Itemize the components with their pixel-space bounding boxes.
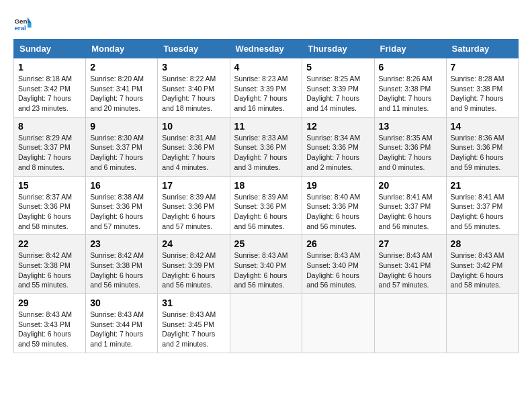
table-cell: 27Sunrise: 8:43 AMSunset: 3:41 PMDayligh…: [374, 235, 446, 294]
day-content: Sunrise: 8:35 AMSunset: 3:36 PMDaylight:…: [379, 133, 442, 173]
day-content: Sunrise: 8:23 AMSunset: 3:39 PMDaylight:…: [234, 74, 298, 113]
day-content: Sunrise: 8:28 AMSunset: 3:38 PMDaylight:…: [451, 74, 514, 113]
day-content: Sunrise: 8:18 AMSunset: 3:42 PMDaylight:…: [18, 74, 81, 113]
day-content: Sunrise: 8:41 AMSunset: 3:37 PMDaylight:…: [451, 192, 514, 232]
day-number: 30: [90, 298, 153, 308]
table-cell: 31Sunrise: 8:43 AMSunset: 3:45 PMDayligh…: [158, 294, 230, 353]
table-cell: 8Sunrise: 8:29 AMSunset: 3:37 PMDaylight…: [14, 117, 86, 176]
logo-icon: Gen eral: [13, 13, 32, 32]
day-number: 29: [18, 298, 81, 308]
table-cell: 3Sunrise: 8:22 AMSunset: 3:40 PMDaylight…: [158, 58, 230, 118]
header-tuesday: Tuesday: [158, 40, 230, 58]
day-content: Sunrise: 8:42 AMSunset: 3:38 PMDaylight:…: [18, 250, 81, 290]
day-number: 8: [18, 121, 81, 132]
table-cell: 13Sunrise: 8:35 AMSunset: 3:36 PMDayligh…: [374, 117, 446, 176]
day-number: 26: [306, 238, 369, 249]
day-content: Sunrise: 8:40 AMSunset: 3:36 PMDaylight:…: [306, 192, 369, 232]
day-number: 18: [234, 180, 298, 191]
day-content: Sunrise: 8:43 AMSunset: 3:43 PMDaylight:…: [18, 310, 81, 349]
table-cell: 28Sunrise: 8:43 AMSunset: 3:42 PMDayligh…: [446, 235, 518, 294]
header-monday: Monday: [86, 40, 158, 58]
day-number: 1: [18, 62, 81, 73]
day-content: Sunrise: 8:25 AMSunset: 3:39 PMDaylight:…: [306, 74, 369, 113]
table-cell: [374, 294, 446, 353]
day-number: 28: [451, 238, 514, 249]
day-number: 12: [306, 121, 369, 132]
svg-text:eral: eral: [14, 24, 26, 32]
table-cell: 21Sunrise: 8:41 AMSunset: 3:37 PMDayligh…: [446, 176, 518, 235]
day-number: 27: [379, 238, 442, 249]
table-cell: 16Sunrise: 8:38 AMSunset: 3:36 PMDayligh…: [86, 176, 158, 235]
day-number: 31: [162, 298, 225, 308]
week-row-3: 15Sunrise: 8:37 AMSunset: 3:36 PMDayligh…: [14, 176, 519, 235]
day-content: Sunrise: 8:22 AMSunset: 3:40 PMDaylight:…: [162, 74, 225, 113]
day-number: 15: [18, 180, 81, 191]
table-cell: [302, 294, 374, 353]
day-number: 11: [234, 121, 298, 132]
day-content: Sunrise: 8:43 AMSunset: 3:41 PMDaylight:…: [379, 250, 442, 290]
day-number: 4: [234, 62, 298, 73]
calendar-table: SundayMondayTuesdayWednesdayThursdayFrid…: [13, 39, 519, 353]
day-number: 20: [379, 180, 442, 191]
header-thursday: Thursday: [302, 40, 374, 58]
table-cell: [446, 294, 518, 353]
day-content: Sunrise: 8:20 AMSunset: 3:41 PMDaylight:…: [90, 74, 153, 113]
calendar-header-row: SundayMondayTuesdayWednesdayThursdayFrid…: [14, 40, 519, 58]
day-number: 9: [90, 121, 153, 132]
day-number: 19: [306, 180, 369, 191]
table-cell: 30Sunrise: 8:43 AMSunset: 3:44 PMDayligh…: [86, 294, 158, 353]
table-cell: 14Sunrise: 8:36 AMSunset: 3:36 PMDayligh…: [446, 117, 518, 176]
table-cell: 1Sunrise: 8:18 AMSunset: 3:42 PMDaylight…: [14, 58, 86, 118]
day-content: Sunrise: 8:43 AMSunset: 3:42 PMDaylight:…: [451, 250, 514, 290]
svg-marker-3: [28, 23, 32, 28]
day-number: 21: [451, 180, 514, 191]
table-cell: 9Sunrise: 8:30 AMSunset: 3:37 PMDaylight…: [86, 117, 158, 176]
day-number: 16: [90, 180, 153, 191]
table-cell: 15Sunrise: 8:37 AMSunset: 3:36 PMDayligh…: [14, 176, 86, 235]
day-content: Sunrise: 8:39 AMSunset: 3:36 PMDaylight:…: [162, 192, 225, 232]
day-number: 6: [379, 62, 442, 73]
day-content: Sunrise: 8:43 AMSunset: 3:45 PMDaylight:…: [162, 310, 225, 349]
day-content: Sunrise: 8:41 AMSunset: 3:37 PMDaylight:…: [379, 192, 442, 232]
day-number: 5: [306, 62, 369, 73]
table-cell: 22Sunrise: 8:42 AMSunset: 3:38 PMDayligh…: [14, 235, 86, 294]
table-cell: 12Sunrise: 8:34 AMSunset: 3:36 PMDayligh…: [302, 117, 374, 176]
header-sunday: Sunday: [14, 40, 86, 58]
day-number: 14: [451, 121, 514, 132]
table-cell: 23Sunrise: 8:42 AMSunset: 3:38 PMDayligh…: [86, 235, 158, 294]
calendar-body: 1Sunrise: 8:18 AMSunset: 3:42 PMDaylight…: [14, 58, 519, 353]
week-row-1: 1Sunrise: 8:18 AMSunset: 3:42 PMDaylight…: [14, 58, 519, 118]
day-content: Sunrise: 8:31 AMSunset: 3:36 PMDaylight:…: [162, 133, 225, 173]
day-content: Sunrise: 8:43 AMSunset: 3:40 PMDaylight:…: [306, 250, 369, 290]
table-cell: 24Sunrise: 8:42 AMSunset: 3:39 PMDayligh…: [158, 235, 230, 294]
day-content: Sunrise: 8:42 AMSunset: 3:38 PMDaylight:…: [90, 250, 153, 290]
header-saturday: Saturday: [446, 40, 518, 58]
day-number: 22: [18, 238, 81, 249]
table-cell: 25Sunrise: 8:43 AMSunset: 3:40 PMDayligh…: [230, 235, 302, 294]
day-number: 2: [90, 62, 153, 73]
table-cell: 18Sunrise: 8:39 AMSunset: 3:36 PMDayligh…: [230, 176, 302, 235]
table-cell: 10Sunrise: 8:31 AMSunset: 3:36 PMDayligh…: [158, 117, 230, 176]
week-row-5: 29Sunrise: 8:43 AMSunset: 3:43 PMDayligh…: [14, 294, 519, 353]
day-number: 25: [234, 238, 298, 249]
day-number: 10: [162, 121, 225, 132]
day-content: Sunrise: 8:36 AMSunset: 3:36 PMDaylight:…: [451, 133, 514, 173]
day-content: Sunrise: 8:39 AMSunset: 3:36 PMDaylight:…: [234, 192, 298, 232]
table-cell: 20Sunrise: 8:41 AMSunset: 3:37 PMDayligh…: [374, 176, 446, 235]
header-friday: Friday: [374, 40, 446, 58]
table-cell: 19Sunrise: 8:40 AMSunset: 3:36 PMDayligh…: [302, 176, 374, 235]
table-cell: 29Sunrise: 8:43 AMSunset: 3:43 PMDayligh…: [14, 294, 86, 353]
day-content: Sunrise: 8:33 AMSunset: 3:36 PMDaylight:…: [234, 133, 298, 173]
week-row-2: 8Sunrise: 8:29 AMSunset: 3:37 PMDaylight…: [14, 117, 519, 176]
day-content: Sunrise: 8:34 AMSunset: 3:36 PMDaylight:…: [306, 133, 369, 173]
week-row-4: 22Sunrise: 8:42 AMSunset: 3:38 PMDayligh…: [14, 235, 519, 294]
table-cell: 2Sunrise: 8:20 AMSunset: 3:41 PMDaylight…: [86, 58, 158, 118]
day-number: 3: [162, 62, 225, 73]
table-cell: [230, 294, 302, 353]
day-number: 13: [379, 121, 442, 132]
day-content: Sunrise: 8:29 AMSunset: 3:37 PMDaylight:…: [18, 133, 81, 173]
table-cell: 4Sunrise: 8:23 AMSunset: 3:39 PMDaylight…: [230, 58, 302, 118]
logo: Gen eral: [13, 13, 35, 32]
day-content: Sunrise: 8:42 AMSunset: 3:39 PMDaylight:…: [162, 250, 225, 290]
table-cell: 7Sunrise: 8:28 AMSunset: 3:38 PMDaylight…: [446, 58, 518, 118]
